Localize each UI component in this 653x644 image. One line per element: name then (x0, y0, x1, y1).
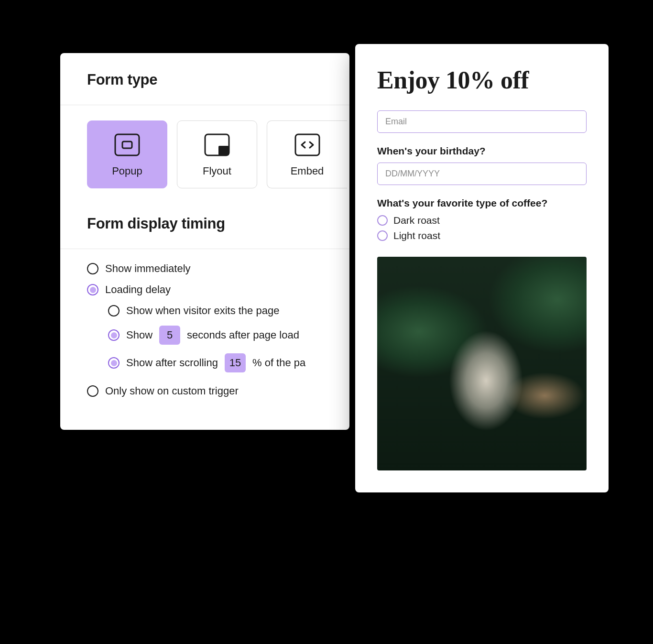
svg-rect-1 (122, 142, 132, 148)
display-timing-options: Show immediately Loading delay Show when… (60, 249, 349, 397)
form-type-label: Flyout (203, 165, 231, 177)
seconds-input[interactable]: 5 (159, 326, 180, 345)
option-label: Loading delay (105, 284, 171, 296)
display-timing-heading: Form display timing (60, 207, 349, 249)
radio-icon (377, 215, 388, 226)
option-text: seconds after page load (187, 329, 299, 341)
form-type-label: Embed (291, 165, 324, 177)
embed-icon (294, 133, 320, 156)
form-type-popup[interactable]: Popup (87, 120, 167, 188)
option-exit-intent[interactable]: Show when visitor exits the page (108, 305, 349, 317)
popup-icon (114, 133, 140, 156)
radio-icon (108, 357, 120, 369)
form-type-heading: Form type (60, 53, 349, 105)
birthday-question-label: When's your birthday? (377, 145, 587, 157)
email-field[interactable]: Email (377, 110, 587, 133)
preview-heading: Enjoy 10% off (377, 66, 587, 94)
option-show-immediately[interactable]: Show immediately (87, 262, 349, 275)
form-type-embed[interactable]: Embed (267, 120, 347, 188)
form-preview-panel: Enjoy 10% off Email When's your birthday… (355, 44, 609, 492)
radio-icon (108, 329, 120, 341)
option-label: Show when visitor exits the page (126, 305, 279, 317)
form-type-selector: Popup Flyout Embed (60, 105, 349, 207)
scroll-percent-input[interactable]: 15 (225, 353, 246, 372)
coffee-question-label: What's your favorite type of coffee? (377, 197, 587, 209)
option-label: Show immediately (105, 262, 191, 275)
radio-icon (108, 305, 120, 317)
choice-label: Light roast (393, 230, 440, 241)
radio-icon (87, 385, 98, 397)
flyout-icon (204, 133, 230, 156)
option-label: Only show on custom trigger (105, 385, 239, 397)
option-loading-delay[interactable]: Loading delay (87, 284, 349, 296)
option-scroll-percent[interactable]: Show after scrolling 15 % of the pa (108, 353, 349, 372)
option-seconds-after-load[interactable]: Show 5 seconds after page load (108, 326, 349, 345)
radio-icon (87, 284, 98, 295)
preview-image (377, 257, 587, 470)
coffee-choice-light[interactable]: Light roast (377, 230, 587, 241)
option-custom-trigger[interactable]: Only show on custom trigger (87, 385, 349, 397)
form-type-flyout[interactable]: Flyout (177, 120, 257, 188)
radio-icon (87, 263, 98, 274)
form-settings-panel: Form type Popup Flyout (60, 53, 349, 430)
choice-label: Dark roast (393, 215, 440, 226)
option-text: % of the pa (252, 357, 305, 369)
svg-rect-3 (218, 146, 229, 155)
birthday-field[interactable]: DD/MM/YYYY (377, 163, 587, 185)
svg-rect-0 (115, 134, 139, 155)
svg-rect-4 (295, 134, 319, 155)
option-text: Show (126, 329, 152, 341)
radio-icon (377, 230, 388, 241)
option-text: Show after scrolling (126, 357, 218, 369)
form-type-label: Popup (112, 165, 142, 177)
coffee-choice-dark[interactable]: Dark roast (377, 215, 587, 226)
